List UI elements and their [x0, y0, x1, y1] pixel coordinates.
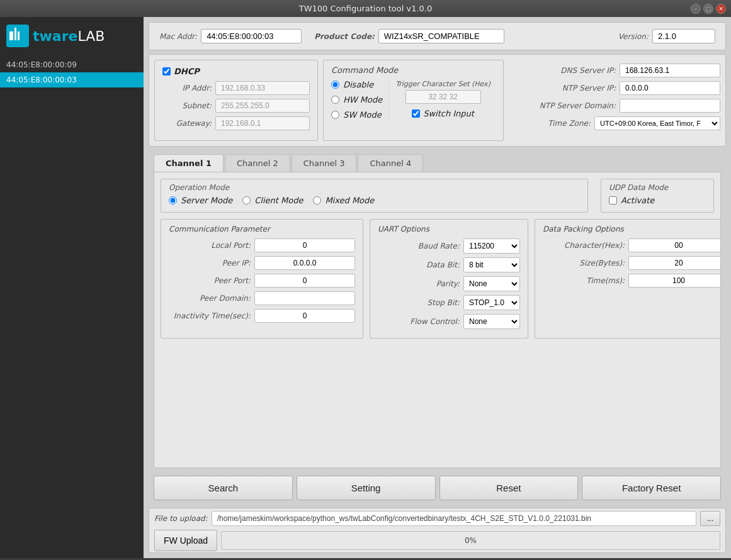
parity-label: Parity:: [378, 279, 460, 288]
close-button[interactable]: ✕: [716, 4, 726, 14]
search-button[interactable]: Search: [154, 476, 293, 500]
udp-activate-checkbox[interactable]: [609, 196, 617, 204]
timezone-select[interactable]: UTC+09:00 Korea, East Timor, F: [594, 116, 720, 130]
version-input[interactable]: [652, 29, 715, 43]
char-hex-input[interactable]: [628, 238, 721, 252]
tab-channel3[interactable]: Channel 3: [292, 154, 357, 172]
sidebar: twareLAB 44:05:E8:00:00:09 44:05:E8:00:0…: [0, 17, 144, 558]
subnet-input[interactable]: [215, 99, 310, 113]
hw-mode-radio-row: HW Mode: [331, 95, 382, 104]
data-bit-select[interactable]: 8 bit 7 bit: [463, 257, 520, 272]
mac-input[interactable]: [201, 29, 302, 43]
ntp-ip-label: NTP Server IP:: [534, 84, 616, 92]
baud-rate-select[interactable]: 115200 9600 19200 38400 57600 230400: [463, 238, 520, 254]
product-input[interactable]: [378, 29, 504, 43]
tab-channel1[interactable]: Channel 1: [154, 154, 224, 172]
ntp-domain-row: NTP Server Domain:: [509, 99, 720, 113]
action-bar: Search Setting Reset Factory Reset: [149, 472, 726, 504]
mixed-mode-radio[interactable]: [313, 196, 321, 204]
ntp-ip-input[interactable]: [620, 81, 720, 95]
dhcp-label: DHCP: [174, 67, 200, 76]
switch-input-row: Switch Input: [412, 109, 474, 118]
uart-title: UART Options: [378, 225, 520, 233]
command-mode-radios: Disable HW Mode SW Mode: [331, 80, 382, 123]
size-bytes-label: Size(Bytes):: [543, 259, 625, 267]
device-item-1[interactable]: 44:05:E8:00:00:09: [0, 57, 144, 72]
svg-rect-2: [18, 31, 20, 40]
peer-domain-label: Peer Domain:: [169, 294, 251, 303]
logo-text: twareLAB: [33, 28, 105, 44]
time-ms-label: Time(ms):: [543, 276, 625, 285]
ntp-domain-label: NTP Server Domain:: [534, 101, 616, 110]
gateway-row: Gateway:: [162, 116, 310, 130]
local-port-label: Local Port:: [169, 241, 251, 250]
dns-row: DNS Server IP:: [509, 64, 720, 77]
reset-button[interactable]: Reset: [439, 476, 579, 500]
command-mode-title: Command Mode: [331, 65, 496, 75]
op-mode-box: Operation Mode Server Mode Client Mode: [161, 179, 588, 213]
peer-port-row: Peer Port:: [169, 274, 355, 288]
comm-params-box: Communication Parameter Local Port: Peer…: [161, 219, 363, 339]
stop-bit-select[interactable]: STOP_1.0 STOP_1.5 STOP_2.0: [463, 295, 520, 310]
parity-row: Parity: None Odd Even: [378, 276, 520, 291]
udp-activate-label: Activate: [621, 196, 654, 205]
trigger-input[interactable]: [405, 90, 481, 104]
disable-label: Disable: [343, 80, 373, 89]
window-controls[interactable]: – □ ✕: [691, 4, 726, 14]
subnet-label: Subnet:: [164, 101, 212, 110]
sw-mode-label: SW Mode: [343, 110, 382, 120]
inactivity-input[interactable]: [254, 309, 355, 323]
data-packing-title: Data Packing Options: [543, 225, 721, 233]
local-port-input[interactable]: [254, 238, 355, 252]
command-mode: Command Mode Disable HW Mode: [323, 60, 504, 141]
tab-channel2[interactable]: Channel 2: [225, 154, 290, 172]
server-mode-radio[interactable]: [169, 196, 177, 204]
hw-mode-label: HW Mode: [343, 95, 382, 104]
udp-box: UDP Data Mode Activate: [601, 179, 714, 213]
switch-input-checkbox[interactable]: [412, 109, 420, 118]
baud-rate-label: Baud Rate:: [378, 242, 460, 250]
minimize-button[interactable]: –: [691, 4, 701, 14]
browse-button[interactable]: ...: [700, 511, 720, 526]
baud-rate-row: Baud Rate: 115200 9600 19200 38400 57600…: [378, 238, 520, 254]
client-mode-radio[interactable]: [242, 196, 251, 204]
time-ms-input[interactable]: [628, 274, 721, 288]
time-ms-row: Time(ms):: [543, 274, 721, 288]
device-item-2[interactable]: 44:05:E8:00:00:03: [0, 72, 144, 87]
peer-port-input[interactable]: [254, 274, 355, 288]
ip-input[interactable]: [215, 81, 310, 95]
ntp-ip-row: NTP Server IP:: [509, 81, 720, 95]
file-upload-panel: File to upload: ... FW Upload 0%: [149, 508, 726, 553]
tab-channel4[interactable]: Channel 4: [358, 154, 423, 172]
tab-bar: Channel 1 Channel 2 Channel 3 Channel 4: [149, 150, 726, 172]
sw-mode-radio[interactable]: [331, 111, 339, 119]
peer-domain-input[interactable]: [254, 291, 355, 305]
gateway-input[interactable]: [215, 116, 310, 130]
maximize-button[interactable]: □: [703, 4, 713, 14]
peer-port-label: Peer Port:: [169, 276, 251, 285]
disable-radio[interactable]: [331, 81, 339, 89]
subnet-row: Subnet:: [162, 99, 310, 113]
inactivity-label: Inactivity Time(sec):: [169, 311, 251, 320]
data-bit-label: Data Bit:: [378, 260, 460, 269]
ntp-domain-input[interactable]: [620, 99, 720, 113]
factory-reset-button[interactable]: Factory Reset: [582, 476, 721, 500]
setting-button[interactable]: Setting: [297, 476, 436, 500]
hw-mode-radio[interactable]: [331, 96, 339, 104]
client-mode-label: Client Mode: [254, 196, 303, 205]
flow-control-select[interactable]: None RTS/CTS XON/XOFF: [463, 314, 520, 329]
file-path-input[interactable]: [212, 511, 696, 526]
ip-label: IP Addr:: [164, 84, 212, 92]
switch-input-label: Switch Input: [423, 109, 474, 118]
network-config: DHCP IP Addr: Subnet: Gateway:: [154, 60, 318, 141]
fw-upload-button[interactable]: FW Upload: [154, 530, 217, 551]
peer-ip-input[interactable]: [254, 256, 355, 270]
comm-params-title: Communication Parameter: [169, 225, 355, 233]
logo: twareLAB: [0, 17, 144, 55]
dhcp-checkbox[interactable]: [162, 67, 171, 76]
disable-radio-row: Disable: [331, 80, 382, 89]
parity-select[interactable]: None Odd Even: [463, 276, 520, 291]
tabs-container: Channel 1 Channel 2 Channel 3 Channel 4 …: [149, 150, 726, 468]
size-bytes-input[interactable]: [628, 256, 721, 270]
dns-input[interactable]: [620, 64, 720, 77]
